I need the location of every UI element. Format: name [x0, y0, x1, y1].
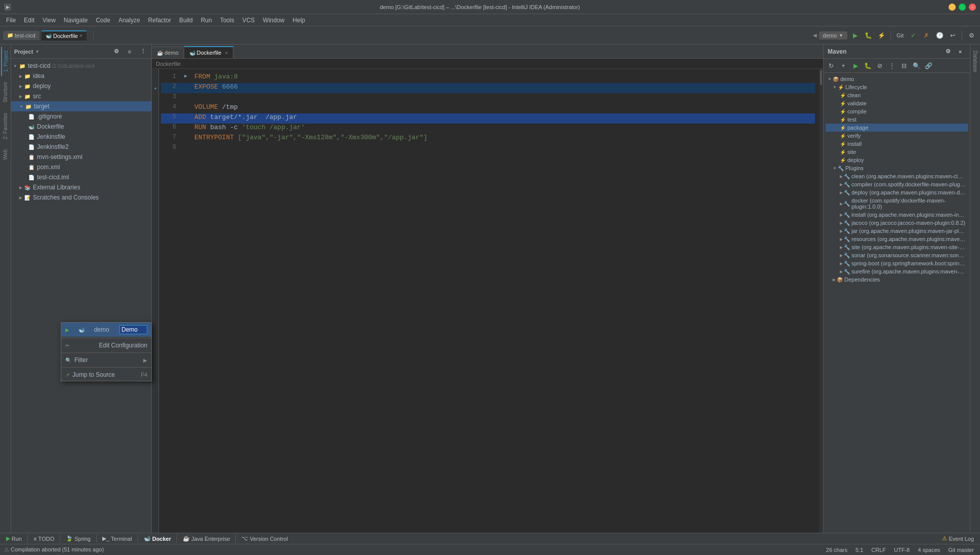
- maven-lifecycle-deploy[interactable]: ⚡ deploy: [826, 156, 968, 164]
- maven-show-deps-icon[interactable]: ⋮: [886, 60, 897, 71]
- settings-button[interactable]: ⚙: [966, 30, 977, 41]
- menu-run[interactable]: Run: [197, 16, 216, 25]
- maven-item-dependencies[interactable]: ▶ 📦 Dependencies: [826, 275, 968, 284]
- minimize-button[interactable]: –: [949, 4, 956, 11]
- maven-plugin-deploy[interactable]: ▶ 🔧 deploy (org.apache.maven.plugins:mav…: [826, 188, 968, 196]
- maven-add-icon[interactable]: +: [838, 60, 849, 71]
- maven-settings-icon[interactable]: ⚙: [943, 46, 954, 57]
- back-button[interactable]: ◀: [813, 32, 817, 38]
- maven-lifecycle-package[interactable]: ⚡ package: [826, 124, 968, 132]
- maven-item-lifecycle[interactable]: ▼ ⚡ Lifecycle: [826, 83, 968, 91]
- structure-panel-tab[interactable]: Structure: [2, 78, 9, 107]
- debug-button[interactable]: 🐛: [863, 30, 874, 41]
- ctx-item-jump-source[interactable]: ↗ Jump to Source F4: [61, 369, 151, 381]
- tree-item-idea[interactable]: ▶ 📁 idea: [11, 71, 151, 81]
- vcs-cross-button[interactable]: ✗: [921, 30, 932, 41]
- ctx-item-filter[interactable]: 🔍 Filter ▶: [61, 354, 151, 366]
- maven-run-icon[interactable]: ▶: [850, 60, 861, 71]
- maven-item-plugins[interactable]: ▼ 🔧 Plugins: [826, 164, 968, 172]
- tree-item-jenkinsfile[interactable]: 📄 Jenkinsfile: [11, 132, 151, 142]
- status-branch[interactable]: Git master: [946, 547, 976, 553]
- toolbar-todo-btn[interactable]: ≡ TODO: [29, 535, 58, 542]
- maven-collapse-icon[interactable]: ⊟: [899, 60, 910, 71]
- menu-build[interactable]: Build: [175, 16, 197, 25]
- tree-item-pom[interactable]: 📋 pom.xml: [11, 162, 151, 172]
- tree-item-deploy[interactable]: ▶ 📁 deploy: [11, 81, 151, 91]
- maven-plugin-clean[interactable]: ▶ 🔧 clean (org.apache.maven.plugins:mave…: [826, 172, 968, 180]
- tree-item-gitignore[interactable]: 📄 .gitignore: [11, 111, 151, 122]
- menu-help[interactable]: Help: [289, 16, 309, 25]
- menu-view[interactable]: View: [38, 16, 60, 25]
- tree-item-dockerfile[interactable]: 🐋 Dockerfile: [11, 122, 151, 132]
- run-button[interactable]: ▶: [849, 30, 861, 41]
- web-panel-tab[interactable]: Web: [2, 145, 9, 164]
- toolbar-docker-btn[interactable]: 🐋 Docker: [140, 535, 175, 542]
- toolbar-event-log-btn[interactable]: ⚠ Event Log: [938, 535, 978, 542]
- status-line-ending[interactable]: CRLF: [869, 547, 888, 553]
- tree-item-target[interactable]: ▼ 📁 target: [11, 101, 151, 111]
- project-collapse-icon[interactable]: ≡: [124, 46, 135, 57]
- maven-lifecycle-verify[interactable]: ⚡ verify: [826, 132, 968, 140]
- maven-lifecycle-test[interactable]: ⚡ test: [826, 115, 968, 124]
- menu-code[interactable]: Code: [92, 16, 114, 25]
- tree-item-scratches[interactable]: ▶ 📝 Scratches and Consoles: [11, 192, 151, 203]
- maven-refresh-icon[interactable]: ↻: [826, 60, 837, 71]
- maven-plugin-install[interactable]: ▶ 🔧 install (org.apache.maven.plugins:ma…: [826, 211, 968, 219]
- menu-tools[interactable]: Tools: [216, 16, 238, 25]
- menu-window[interactable]: Window: [259, 16, 289, 25]
- status-position[interactable]: 5:1: [853, 547, 865, 553]
- menu-navigate[interactable]: Navigate: [60, 16, 92, 25]
- scrollbar-thumb[interactable]: [820, 70, 822, 85]
- maven-plugin-spring-boot[interactable]: ▶ 🔧 spring-boot (org.springframework.boo…: [826, 259, 968, 267]
- run-config-selector[interactable]: demo ▼: [819, 31, 847, 39]
- editor-content[interactable]: 1 ▶ FROM java:8 2 EXPOSE 6666 3: [159, 69, 819, 533]
- tree-item-src[interactable]: ▶ 📁 src: [11, 91, 151, 101]
- editor-scrollbar[interactable]: [819, 69, 823, 533]
- ctx-item-demo[interactable]: ▶ 🐋 demo: [61, 323, 151, 337]
- maven-skip-tests-icon[interactable]: ⊘: [874, 60, 885, 71]
- menu-analyze[interactable]: Analyze: [114, 16, 144, 25]
- tree-item-iml[interactable]: 📄 test-cicd.iml: [11, 172, 151, 182]
- database-panel-tab[interactable]: Database: [971, 47, 979, 76]
- maven-plugin-compiler[interactable]: ▶ 🔧 compiler (com.spotify.dockerfile-mav…: [826, 180, 968, 188]
- revert-button[interactable]: ↩: [947, 30, 958, 41]
- maven-item-demo[interactable]: ▼ 📦 demo: [826, 75, 968, 83]
- toolbar-spring-btn[interactable]: 🍃 Spring: [62, 535, 95, 542]
- maven-lifecycle-site[interactable]: ⚡ site: [826, 148, 968, 156]
- menu-refactor[interactable]: Refactor: [144, 16, 175, 25]
- maven-link-icon[interactable]: 🔗: [923, 60, 934, 71]
- favorites-panel-tab[interactable]: 2: Favorites: [2, 109, 9, 143]
- close-button[interactable]: ×: [969, 4, 976, 11]
- maven-lifecycle-install[interactable]: ⚡ install: [826, 140, 968, 148]
- menu-edit[interactable]: Edit: [20, 16, 38, 25]
- editor-tab-dockerfile[interactable]: 🐋 Dockerfile ×: [184, 46, 234, 58]
- maven-debug-icon[interactable]: 🐛: [862, 60, 873, 71]
- run-with-coverage-button[interactable]: ⚡: [876, 30, 887, 41]
- tree-item-mvn-settings[interactable]: 📋 mvn-settings.xml: [11, 152, 151, 162]
- tree-item-jenkinsfile2[interactable]: 📄 Jenkinsfile2: [11, 142, 151, 152]
- tab-dockerfile[interactable]: 🐋 Dockerfile ×: [42, 30, 87, 41]
- maven-close-icon[interactable]: ×: [955, 46, 966, 57]
- maven-lifecycle-compile[interactable]: ⚡ compile: [826, 107, 968, 115]
- tab-test-cicd[interactable]: 📁 test-cicd: [3, 31, 39, 40]
- status-indent[interactable]: 4 spaces: [916, 547, 942, 553]
- maven-plugin-site[interactable]: ▶ 🔧 site (org.apache.maven.plugins:maven…: [826, 243, 968, 251]
- maven-lifecycle-validate[interactable]: ⚡ validate: [826, 99, 968, 107]
- project-options-icon[interactable]: ⋮: [137, 46, 148, 57]
- menu-file[interactable]: File: [2, 16, 20, 25]
- maven-lifecycle-clean[interactable]: ⚡ clean: [826, 91, 968, 99]
- toolbar-version-control-btn[interactable]: ⌥ Version Control: [237, 535, 292, 542]
- maven-plugin-sonar[interactable]: ▶ 🔧 sonar (org.sonarsource.scanner.maven…: [826, 251, 968, 259]
- history-button[interactable]: 🕐: [934, 30, 945, 41]
- maven-plugin-docker[interactable]: ▶ 🔧 docker (com.spotify:dockerfile-maven…: [826, 196, 968, 211]
- menu-vcs[interactable]: VCS: [238, 16, 259, 25]
- git-button[interactable]: Git: [894, 30, 906, 41]
- project-panel-tab[interactable]: 1: Project: [1, 47, 10, 76]
- status-chars[interactable]: 26 chars: [824, 547, 849, 553]
- ctx-rename-input[interactable]: [119, 325, 147, 334]
- status-encoding[interactable]: UTF-8: [892, 547, 912, 553]
- maximize-button[interactable]: □: [959, 4, 966, 11]
- tree-item-root[interactable]: ▼ 📁 test-cicd G:\GitLab\test-cicd: [11, 61, 151, 71]
- toolbar-terminal-btn[interactable]: ▶_ Terminal: [98, 535, 136, 542]
- editor-tab-demo[interactable]: ☕ demo: [152, 47, 184, 58]
